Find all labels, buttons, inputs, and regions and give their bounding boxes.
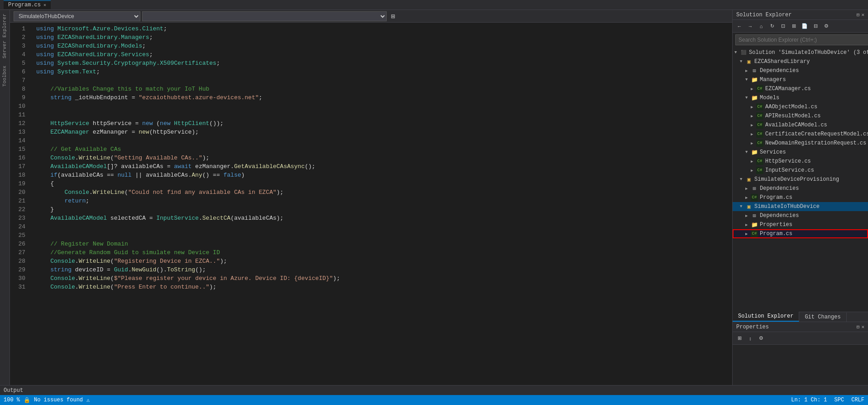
tab-close-button[interactable]: ✕ bbox=[43, 2, 46, 8]
tree-item-progcs2[interactable]: ▶C#Program.cs bbox=[733, 193, 868, 202]
editor-expand-btn[interactable]: ⊞ bbox=[388, 12, 398, 21]
se-files-btn[interactable]: 📄 bbox=[800, 21, 810, 31]
code-line: // Get Available CAs bbox=[33, 145, 721, 154]
output-label: Output bbox=[4, 387, 23, 394]
se-refresh-btn[interactable]: ↻ bbox=[767, 21, 777, 31]
server-explorer-label[interactable]: Server Explorer bbox=[0, 10, 10, 62]
se-tree[interactable]: ▼⬛Solution 'SimulateIoTHubDevice' (3 of … bbox=[733, 47, 868, 312]
se-back-btn[interactable]: ← bbox=[734, 21, 744, 31]
se-search-input[interactable] bbox=[735, 34, 868, 45]
left-sidebar: Server Explorer Toolbox bbox=[0, 10, 10, 385]
line-number: 8 bbox=[10, 85, 29, 93]
editor-scrollbar[interactable] bbox=[727, 23, 732, 385]
tree-label: Program.cs bbox=[760, 231, 792, 237]
main-layout: Server Explorer Toolbox SimulateIoTHubDe… bbox=[0, 10, 868, 385]
se-forward-btn[interactable]: → bbox=[745, 21, 755, 31]
code-line: //Variables Change this to match your Io… bbox=[33, 85, 721, 93]
line-number: 5 bbox=[10, 59, 29, 68]
tree-item-deps2[interactable]: ▶⊞Dependencies bbox=[733, 184, 868, 193]
code-line: if(availableCAs == null || availableCAs.… bbox=[33, 171, 721, 179]
se-settings-btn[interactable]: ⚙ bbox=[821, 21, 831, 31]
line-number: 26 bbox=[10, 240, 29, 248]
tree-label: AAObjectModel.cs bbox=[765, 104, 817, 110]
tree-icon-cs: C# bbox=[756, 121, 763, 129]
se-tab-se[interactable]: Solution Explorer bbox=[733, 312, 799, 322]
tree-label: Program.cs bbox=[760, 194, 792, 201]
code-line: Console.WriteLine("Getting Available CAs… bbox=[33, 154, 721, 162]
code-line: AvailableCAModel[]? availableCAs = await… bbox=[33, 162, 721, 171]
tree-item-managers[interactable]: ▼📁Managers bbox=[733, 75, 868, 84]
tree-item-inputservice[interactable]: ▶C#InputService.cs bbox=[733, 166, 868, 175]
tree-item-ezcamanager[interactable]: ▶C#EZCAManager.cs bbox=[733, 84, 868, 93]
code-line: // Register New Domain bbox=[33, 240, 721, 248]
code-lines[interactable]: using Microsoft.Azure.Devices.Client;usi… bbox=[33, 23, 721, 385]
code-line bbox=[33, 222, 721, 231]
cursor-position: Ln: 1 Ch: 1 bbox=[791, 397, 827, 403]
line-number: 6 bbox=[10, 68, 29, 76]
line-number: 30 bbox=[10, 274, 29, 283]
tree-item-deps3[interactable]: ▶⊞Dependencies bbox=[733, 211, 868, 220]
se-pin-btn[interactable]: ⊟ bbox=[857, 12, 860, 18]
tree-item-solution[interactable]: ▼⬛Solution 'SimulateIoTHubDevice' (3 of … bbox=[733, 48, 868, 57]
props-filter-btn[interactable]: ⚙ bbox=[756, 333, 766, 343]
tree-label: APIResultModel.cs bbox=[765, 113, 820, 119]
tree-item-properties[interactable]: ▶📁Properties bbox=[733, 220, 868, 229]
tree-item-availca[interactable]: ▶C#AvailableCAModel.cs bbox=[733, 121, 868, 130]
tree-item-newdomain[interactable]: ▶C#NewDomainRegistrationRequest.cs bbox=[733, 139, 868, 148]
se-collapse-btn[interactable]: ⊡ bbox=[778, 21, 788, 31]
tree-icon-deps: ⊞ bbox=[751, 212, 758, 219]
zoom-level[interactable]: 100 % bbox=[4, 397, 20, 403]
tree-icon-solution: ⬛ bbox=[740, 49, 747, 56]
props-alpha-btn[interactable]: ↕ bbox=[745, 333, 755, 343]
editor-tab[interactable]: Program.cs ✕ bbox=[4, 0, 51, 9]
tree-icon-project: ▣ bbox=[745, 58, 753, 65]
tree-item-httpservice[interactable]: ▶C#HttpService.cs bbox=[733, 157, 868, 166]
tree-item-services[interactable]: ▼📁Services bbox=[733, 148, 868, 157]
code-line: //Generate Random Guid to simulate new D… bbox=[33, 248, 721, 257]
tree-arrow: ▶ bbox=[745, 222, 751, 227]
props-close-btn[interactable]: ✕ bbox=[861, 324, 864, 330]
tree-arrow: ▶ bbox=[745, 186, 751, 191]
minimap bbox=[721, 23, 727, 385]
se-home-btn[interactable]: ⌂ bbox=[756, 21, 766, 31]
tree-item-certcreate[interactable]: ▶C#CertificateCreateRequestModel.cs bbox=[733, 130, 868, 139]
status-right: Ln: 1 Ch: 1 SPC CRLF bbox=[791, 397, 864, 403]
se-header: Solution Explorer ⊟ ✕ bbox=[733, 10, 868, 20]
tree-item-aaobject[interactable]: ▶C#AAObjectModel.cs bbox=[733, 102, 868, 111]
se-filter-btn[interactable]: ⊟ bbox=[810, 21, 820, 31]
file-dropdown[interactable]: SimulateIoTHubDevice bbox=[14, 11, 140, 21]
tree-icon-folder: 📁 bbox=[751, 76, 758, 83]
props-pin-btn[interactable]: ⊟ bbox=[857, 324, 860, 330]
tree-arrow: ▶ bbox=[745, 195, 751, 200]
line-numbers: 1234567891011121314151617181920212223242… bbox=[10, 23, 33, 385]
code-line bbox=[33, 76, 721, 85]
tree-label: SimulateDeviceProvisioning bbox=[754, 176, 839, 183]
tree-item-deps1[interactable]: ▶⊞Dependencies bbox=[733, 66, 868, 75]
tree-icon-cs: C# bbox=[756, 140, 763, 147]
line-number: 4 bbox=[10, 50, 29, 59]
code-line: EZCAManager ezMananger = new(httpService… bbox=[33, 128, 721, 136]
tree-item-models[interactable]: ▼📁Models bbox=[733, 93, 868, 102]
line-number: 19 bbox=[10, 179, 29, 188]
se-props-btn[interactable]: ⊞ bbox=[789, 21, 799, 31]
code-line: using EZCASharedLibrary.Models; bbox=[33, 42, 721, 50]
se-tab-git[interactable]: Git Changes bbox=[799, 313, 846, 322]
tree-item-ezcashared[interactable]: ▼▣EZCASharedLibrary bbox=[733, 57, 868, 66]
code-line: string deviceID = Guid.NewGuid().ToStrin… bbox=[33, 265, 721, 274]
tree-icon-folder: 📁 bbox=[751, 221, 758, 228]
se-tabs: Solution ExplorerGit Changes bbox=[733, 312, 868, 322]
tree-label: NewDomainRegistrationRequest.cs bbox=[765, 140, 866, 146]
tree-label: Properties bbox=[760, 222, 792, 228]
tree-item-progcs3[interactable]: ▶C#Program.cs bbox=[733, 229, 868, 238]
tree-item-simiot[interactable]: ▼▣SimulateIoTHubDevice bbox=[733, 202, 868, 211]
props-grid-btn[interactable]: ⊞ bbox=[734, 333, 744, 343]
tree-label: EZCASharedLibrary bbox=[754, 58, 810, 65]
tree-item-simdevprov[interactable]: ▼▣SimulateDeviceProvisioning bbox=[733, 175, 868, 184]
line-number: 3 bbox=[10, 42, 29, 50]
tree-icon-project: ▣ bbox=[745, 176, 753, 183]
member-dropdown[interactable] bbox=[142, 11, 387, 21]
tree-label: Services bbox=[760, 149, 786, 155]
tree-item-apiresult[interactable]: ▶C#APIResultModel.cs bbox=[733, 111, 868, 121]
toolbox-label[interactable]: Toolbox bbox=[0, 62, 10, 90]
se-close-btn[interactable]: ✕ bbox=[861, 12, 864, 18]
